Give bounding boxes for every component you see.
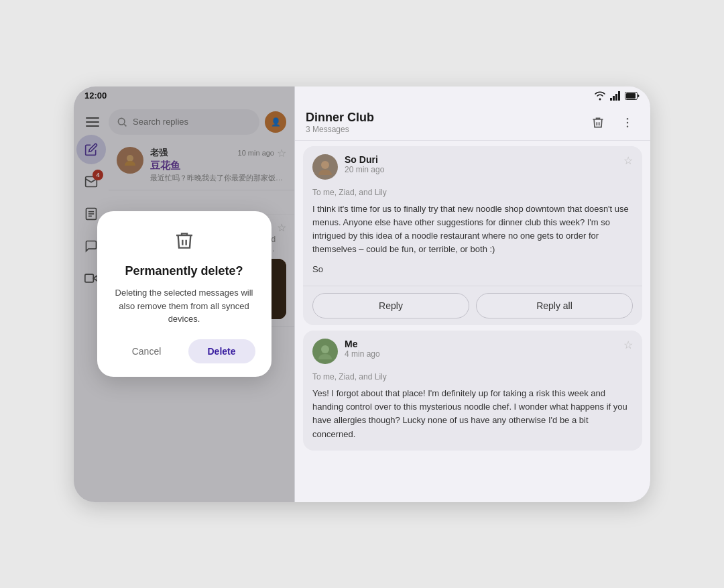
- trash-button[interactable]: [586, 111, 610, 135]
- thread-actions: [586, 111, 640, 135]
- email-card-2: Me 4 min ago ☆ To me, Ziad, and Lily Yes…: [303, 331, 642, 451]
- delete-button[interactable]: Delete: [188, 339, 255, 363]
- sender-avatar-2: [312, 339, 338, 364]
- svg-point-28: [627, 125, 629, 127]
- battery-icon: [625, 92, 640, 100]
- status-bar-right: [295, 86, 650, 105]
- svg-point-29: [321, 161, 329, 169]
- sender-name-2: Me: [345, 339, 617, 349]
- dialog-buttons: Cancel Delete: [113, 339, 255, 363]
- dialog-body: Deleting the selected messages will also…: [113, 286, 255, 326]
- signal-icon: [610, 91, 621, 101]
- email-to-2: To me, Ziad, and Lily: [312, 372, 633, 381]
- device-frame: 12:00 👤: [74, 86, 650, 502]
- left-panel: 12:00 👤: [74, 86, 295, 502]
- svg-rect-20: [610, 98, 612, 101]
- avatar-so-duri: [316, 158, 335, 176]
- svg-point-26: [627, 117, 629, 119]
- sender-time-1: 20 min ago: [345, 165, 617, 174]
- more-options-button[interactable]: [615, 111, 640, 135]
- svg-rect-22: [615, 94, 617, 101]
- svg-rect-25: [626, 93, 636, 99]
- sender-info-2: Me 4 min ago: [345, 339, 617, 359]
- email-header-2: Me 4 min ago ☆: [303, 331, 642, 369]
- dialog-trash-icon: [174, 230, 195, 256]
- dialog-title: Permanently delete?: [125, 264, 243, 278]
- reply-button[interactable]: Reply: [312, 293, 469, 318]
- reply-buttons: Reply Reply all: [303, 286, 642, 325]
- avatar-me: [316, 342, 335, 361]
- dialog-overlay: Permanently delete? Deleting the selecte…: [74, 86, 294, 502]
- sender-name-1: So Duri: [345, 154, 617, 165]
- email-signature-1: So: [312, 263, 633, 276]
- more-icon: [621, 116, 634, 129]
- email-messages: So Duri 20 min ago ☆ To me, Ziad, and Li…: [295, 141, 650, 502]
- email-header-1: So Duri 20 min ago ☆: [303, 146, 642, 185]
- svg-rect-23: [618, 91, 620, 101]
- delete-dialog: Permanently delete? Deleting the selecte…: [97, 211, 272, 377]
- email-star-1[interactable]: ☆: [623, 154, 633, 167]
- thread-count: 3 Messages: [306, 125, 374, 134]
- email-thread-header: Dinner Club 3 Messages: [295, 105, 650, 141]
- svg-rect-21: [613, 96, 615, 101]
- reply-all-button[interactable]: Reply all: [476, 293, 633, 318]
- sender-avatar-1: [312, 154, 338, 180]
- cancel-button[interactable]: Cancel: [113, 339, 180, 363]
- email-to-1: To me, Ziad, and Lily: [312, 188, 633, 197]
- trash-icon: [591, 116, 605, 129]
- email-star-2[interactable]: ☆: [623, 339, 633, 351]
- svg-point-27: [627, 121, 629, 123]
- thread-title: Dinner Club: [306, 111, 374, 125]
- svg-point-30: [321, 345, 329, 353]
- email-body-2: Yes! I forgot about that place! I'm defi…: [303, 387, 642, 451]
- email-card-1: So Duri 20 min ago ☆ To me, Ziad, and Li…: [303, 146, 642, 326]
- wifi-icon: [594, 91, 606, 101]
- right-panel: Dinner Club 3 Messages: [295, 86, 650, 502]
- sender-time-2: 4 min ago: [345, 349, 617, 359]
- sender-info-1: So Duri 20 min ago: [345, 154, 617, 174]
- email-body-1: I think it's time for us to finally try …: [303, 202, 642, 286]
